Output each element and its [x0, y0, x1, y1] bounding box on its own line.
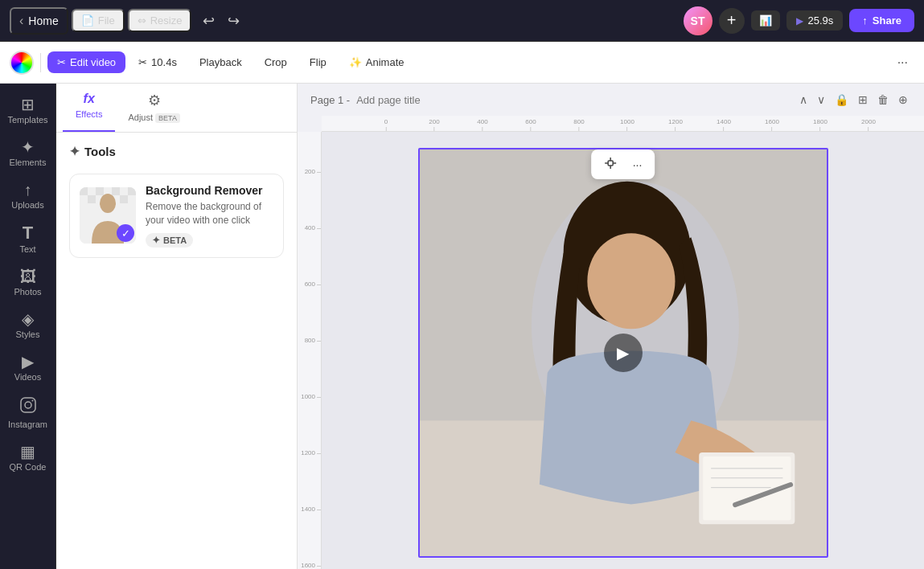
- page-add-button[interactable]: ⊕: [895, 90, 911, 109]
- tab-adjust[interactable]: ⚙ Adjust BETA: [115, 84, 192, 132]
- sidebar-item-templates[interactable]: ⊞ Templates: [3, 90, 53, 131]
- avatar-initials: ST: [691, 14, 705, 27]
- page-delete-button[interactable]: 🗑: [874, 90, 892, 109]
- play-button-overlay[interactable]: ▶: [604, 334, 643, 372]
- share-button[interactable]: ↑ Share: [849, 9, 914, 32]
- sidebar-item-uploads[interactable]: ↑ Uploads: [3, 175, 53, 216]
- canvas-area: Page 1 - ∧ ∨ 🔒 ⊞ 🗑 ⊕ 0 200 400 600 800: [298, 84, 924, 569]
- ruler-left-mark-1200: 1200: [301, 450, 322, 456]
- move-mode-button[interactable]: [598, 153, 623, 176]
- file-label: File: [98, 14, 115, 27]
- topbar: ‹ Home 📄 File ⇔ Resize ↩ ↪ ST + 📊 ▶ 25.9…: [0, 0, 924, 42]
- stats-button[interactable]: 📊: [751, 10, 780, 31]
- edit-video-button[interactable]: ✂ Edit video: [47, 51, 125, 73]
- svg-rect-5: [96, 187, 104, 195]
- ruler-mark-600: 600: [525, 119, 536, 132]
- star-beta-icon: ✦: [152, 235, 160, 246]
- videos-icon: ▶: [22, 354, 34, 370]
- ruler-left-mark-1000: 1000: [301, 394, 322, 400]
- svg-rect-8: [88, 195, 96, 203]
- svg-rect-6: [112, 187, 120, 195]
- page-up-button[interactable]: ∧: [796, 90, 811, 109]
- elements-icon: ✦: [21, 139, 35, 155]
- ruler-mark-1000: 1000: [620, 119, 634, 132]
- toolbar-separator: [40, 53, 41, 72]
- page-lock-button[interactable]: 🔒: [832, 90, 852, 109]
- tab-effects[interactable]: fx Effects: [63, 84, 115, 132]
- crop-label: Crop: [265, 56, 287, 68]
- sparkle-icon: ✨: [349, 56, 362, 68]
- playback-button[interactable]: Playback: [190, 51, 252, 73]
- resize-button[interactable]: ⇔ Resize: [128, 9, 192, 32]
- sidebar-label-templates: Templates: [7, 115, 47, 125]
- flip-button[interactable]: Flip: [300, 51, 336, 73]
- sidebar-item-qrcode[interactable]: ▦ QR Code: [3, 437, 53, 478]
- crop-button[interactable]: Crop: [255, 51, 297, 73]
- tools-header: ✦ Tools: [56, 133, 297, 167]
- page-title-input[interactable]: [356, 94, 491, 106]
- add-button[interactable]: +: [719, 8, 745, 34]
- preview-play-button[interactable]: ▶ 25.9s: [786, 10, 844, 31]
- page-down-button[interactable]: ∨: [814, 90, 828, 109]
- sidebar-item-styles[interactable]: ◈ Styles: [3, 305, 53, 346]
- svg-rect-4: [80, 187, 88, 195]
- ruler-top-marks: 0 200 400 600 800 1000 1200 1400 1600 18…: [322, 116, 924, 132]
- ruler-left-mark-1600: 1600: [301, 563, 322, 569]
- timer-label: 25.9s: [808, 14, 834, 27]
- more-options-button[interactable]: ···: [891, 51, 914, 74]
- panel-tabs: fx Effects ⚙ Adjust BETA: [56, 84, 297, 133]
- ruler-mark-400: 400: [477, 119, 487, 132]
- canvas-frame[interactable]: ▶ ↻: [418, 148, 828, 558]
- trim-button[interactable]: ✂ 10.4s: [129, 51, 187, 73]
- sidebar-label-text: Text: [19, 244, 35, 254]
- ruler-left-mark-800: 800: [305, 338, 322, 344]
- flip-label: Flip: [310, 56, 326, 68]
- resize-icon: ⇔: [138, 14, 146, 27]
- effects-tab-icon: fx: [84, 92, 95, 106]
- share-label: Share: [873, 14, 901, 27]
- beta-label: BETA: [163, 235, 187, 245]
- avatar[interactable]: ST: [684, 6, 713, 35]
- bg-remover-info: Background Remover Remove the background…: [146, 184, 273, 248]
- page-copy-button[interactable]: ⊞: [855, 90, 871, 109]
- effects-panel: fx Effects ⚙ Adjust BETA ✦ Tools: [56, 84, 298, 569]
- sidebar-item-videos[interactable]: ▶ Videos: [3, 347, 53, 388]
- sidebar-item-instagram[interactable]: Instagram: [3, 390, 53, 436]
- page-label: Page 1 -: [310, 94, 350, 106]
- svg-rect-10: [120, 195, 128, 203]
- sidebar-item-text[interactable]: T Text: [3, 218, 53, 260]
- ruler-left-mark-1400: 1400: [301, 506, 322, 513]
- animate-button[interactable]: ✨ Animate: [339, 51, 414, 73]
- sidebar-label-photos: Photos: [14, 287, 41, 297]
- svg-rect-7: [128, 187, 136, 195]
- ruler-container: 0 200 400 600 800 1000 1200 1400 1600 18…: [298, 116, 924, 569]
- sidebar-label-elements: Elements: [10, 158, 47, 167]
- redo-button[interactable]: ↪: [223, 9, 244, 33]
- animate-label: Animate: [366, 56, 405, 68]
- ruler-left-mark-200: 200: [305, 169, 322, 175]
- page-actions: ∧ ∨ 🔒 ⊞ 🗑 ⊕: [796, 90, 911, 109]
- tools-header-label: Tools: [84, 145, 116, 158]
- sidebar-item-elements[interactable]: ✦ Elements: [3, 133, 53, 174]
- file-button[interactable]: 📄 File: [72, 9, 125, 32]
- sidebar-item-photos[interactable]: 🖼 Photos: [3, 262, 53, 303]
- instagram-icon: [19, 396, 37, 417]
- color-swatch[interactable]: [10, 51, 34, 75]
- svg-point-1: [25, 402, 31, 408]
- scissors-icon: ✂: [57, 56, 66, 68]
- stats-icon: 📊: [759, 14, 772, 27]
- trim-label: 10.4s: [151, 56, 177, 68]
- effects-tab-label: Effects: [76, 109, 102, 119]
- more-canvas-options-button[interactable]: ···: [626, 153, 649, 176]
- home-button[interactable]: ‹ Home: [10, 7, 68, 35]
- file-icon: 📄: [81, 14, 94, 27]
- background-remover-card[interactable]: ✓ Background Remover Remove the backgrou…: [69, 174, 284, 258]
- undo-button[interactable]: ↩: [198, 9, 220, 33]
- adjust-tab-icon: ⚙: [148, 92, 161, 109]
- playback-label: Playback: [199, 56, 242, 68]
- ruler-left: 200 400 600 800 1000 1200 1400 1600 1800: [298, 132, 322, 569]
- bg-remover-title: Background Remover: [146, 184, 273, 197]
- bg-remover-description: Remove the background of your video with…: [146, 200, 273, 227]
- canvas-scroll[interactable]: ···: [322, 132, 924, 569]
- play-icon: ▶: [796, 15, 803, 27]
